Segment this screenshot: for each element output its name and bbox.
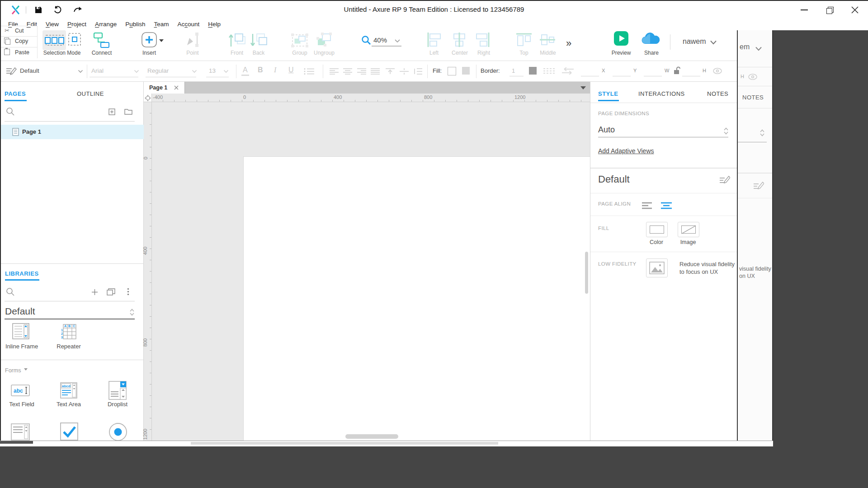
x-field-label[interactable]: X — [602, 68, 605, 73]
menu-account[interactable]: Account — [177, 21, 199, 28]
menu-arrange[interactable]: Arrange — [95, 21, 117, 28]
font-size-chevron-icon[interactable] — [223, 70, 229, 73]
page-list-item-selected[interactable]: Page 1 — [0, 125, 144, 139]
font-weight-select[interactable]: Regular — [147, 67, 169, 74]
visibility-eye-icon[interactable] — [712, 68, 722, 74]
zoom-level[interactable]: 40% — [373, 36, 387, 44]
page-tab-close-icon[interactable] — [174, 85, 179, 90]
cut-label: Cut — [15, 28, 24, 34]
add-adaptive-views-link[interactable]: Add Adaptive Views — [598, 147, 654, 155]
libraries-search-icon[interactable] — [6, 287, 14, 296]
cut-button[interactable]: ✂ Cut — [0, 26, 37, 36]
style-preset-chevron-icon[interactable] — [78, 70, 83, 73]
libraries-kebab-icon[interactable] — [127, 288, 129, 296]
group-button — [291, 33, 308, 48]
fill-color-button[interactable] — [646, 222, 668, 237]
border-style-icon — [543, 68, 556, 74]
svg-text:2: 2 — [61, 332, 63, 335]
insert-dropdown-caret[interactable] — [159, 39, 164, 42]
align-middle-label: Middle — [538, 50, 558, 56]
canvas-v-scrollbar[interactable] — [585, 252, 588, 294]
page-align-left-icon[interactable] — [642, 202, 654, 209]
svg-text:B: B — [68, 324, 71, 328]
zoom-dropdown-chevron-icon[interactable] — [394, 39, 401, 43]
lock-ratio-icon[interactable] — [673, 66, 680, 75]
widget-checkbox[interactable] — [60, 422, 78, 441]
close-button[interactable] — [848, 5, 862, 15]
share-button[interactable] — [641, 32, 661, 46]
widget-radio-button[interactable] — [108, 422, 127, 441]
border-color-swatch[interactable] — [529, 67, 537, 75]
menu-help[interactable]: Help — [208, 21, 221, 28]
add-page-icon[interactable] — [108, 108, 115, 115]
tab-notes[interactable]: NOTES — [707, 90, 728, 97]
account-menu[interactable]: nawem — [681, 37, 731, 48]
restore-button[interactable] — [823, 5, 837, 15]
front-window-right-edge — [737, 30, 738, 446]
align-center-label: Center — [449, 50, 470, 56]
widget-list-box[interactable] — [11, 423, 30, 441]
tab-interactions[interactable]: INTERACTIONS — [638, 90, 685, 97]
fill-gradient-swatch[interactable] — [462, 67, 470, 75]
tab-list-caret[interactable] — [580, 86, 586, 89]
page-dimensions-select[interactable]: Auto — [598, 125, 615, 135]
fill-image-button[interactable] — [678, 222, 699, 237]
forms-section-header[interactable]: Forms — [5, 366, 21, 373]
paste-label: Paste — [15, 49, 29, 56]
ungroup-label: Ungroup — [311, 50, 337, 56]
minimize-button[interactable] — [797, 5, 811, 15]
canvas-h-scrollbar[interactable] — [345, 434, 398, 439]
w-field-label[interactable]: W — [665, 68, 669, 73]
border-width-field[interactable]: 1 — [512, 67, 515, 74]
text-align-center-icon — [343, 68, 352, 75]
fill-color-swatch[interactable] — [448, 67, 456, 75]
menu-publish[interactable]: Publish — [125, 21, 145, 28]
style-preset-icon — [6, 67, 17, 76]
arrow-style-icon — [561, 67, 574, 75]
low-fidelity-toggle[interactable] — [646, 258, 668, 277]
widget-label-droplist: Droplist — [96, 401, 139, 408]
design-page[interactable] — [243, 156, 590, 441]
edit-style-icon[interactable] — [719, 176, 730, 185]
ghost-desc-line2: on UX — [739, 273, 755, 279]
font-family-chevron-icon[interactable] — [134, 70, 139, 73]
selection-mode-contain-button[interactable] — [68, 33, 81, 47]
library-select[interactable]: Default — [5, 306, 35, 317]
pages-search-icon[interactable] — [6, 107, 14, 116]
preview-button[interactable] — [614, 31, 628, 46]
y-field-label[interactable]: Y — [633, 68, 637, 73]
font-family-select[interactable]: Arial — [91, 67, 104, 74]
style-preset-select[interactable]: Default — [20, 67, 39, 74]
ruler-label: 0 — [143, 157, 148, 160]
copy-button[interactable]: Copy — [0, 37, 37, 47]
libraries-title[interactable]: LIBRARIES — [5, 270, 39, 277]
selection-mode-intersect-button[interactable] — [42, 30, 66, 50]
font-weight-chevron-icon[interactable] — [192, 70, 197, 73]
window-h-scrollbar[interactable] — [191, 442, 498, 445]
tab-pages[interactable]: PAGES — [5, 90, 26, 97]
library-select-stepper-icon[interactable] — [129, 308, 135, 316]
bring-to-front-button — [228, 32, 246, 48]
h-field-label[interactable]: H — [703, 68, 706, 73]
more-tools-button[interactable]: » — [566, 38, 571, 49]
left-panel-scrollbar[interactable] — [0, 441, 33, 444]
insert-label: Insert — [137, 50, 162, 56]
tab-style[interactable]: STYLE — [598, 90, 618, 97]
align-right-label: Right — [476, 50, 492, 56]
menu-bar: FileEditViewProjectArrangePublishTeamAcc… — [0, 18, 415, 30]
align-top-button — [516, 33, 532, 47]
dimension-stepper-icon[interactable] — [723, 127, 729, 135]
tab-outline[interactable]: OUTLINE — [77, 90, 104, 97]
menu-team[interactable]: Team — [154, 21, 169, 28]
font-size-field[interactable]: 13 — [209, 67, 216, 74]
connect-button[interactable] — [93, 32, 110, 48]
low-fidelity-desc-line1: Reduce visual fidelity — [679, 261, 735, 267]
page-align-center-icon[interactable] — [660, 202, 672, 209]
menu-view[interactable]: View — [46, 21, 59, 28]
insert-button[interactable] — [141, 32, 157, 48]
library-stack-icon[interactable] — [107, 288, 115, 296]
page-tab-active[interactable]: Page 1 — [144, 82, 185, 94]
menu-project[interactable]: Project — [67, 21, 86, 28]
add-library-icon[interactable] — [91, 289, 98, 296]
pages-folder-icon[interactable] — [124, 108, 132, 115]
